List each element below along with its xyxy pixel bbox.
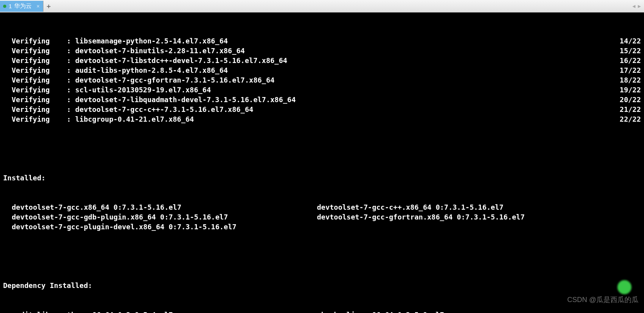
close-icon[interactable]: × <box>36 3 40 9</box>
dep-installed-header: Dependency Installed: <box>3 281 641 290</box>
verify-row: Verifying : scl-utils-20130529-19.el7.x8… <box>3 85 641 95</box>
package-item: checkpolicy.x86_64 0:2.5-8.el7 <box>308 310 546 313</box>
verify-package: Verifying : devtoolset-7-libstdc++-devel… <box>3 56 287 65</box>
verify-count: 19/22 <box>620 85 641 95</box>
verify-count: 14/22 <box>620 36 641 46</box>
verify-row: Verifying : devtoolset-7-binutils-2.28-1… <box>3 46 641 56</box>
verify-count: 22/22 <box>620 114 641 124</box>
installed-list: devtoolset-7-gcc.x86_64 0:7.3.1-5.16.el7… <box>3 202 641 232</box>
verify-package: Verifying : libsemanage-python-2.5-14.el… <box>3 36 228 46</box>
verify-row: Verifying : devtoolset-7-libquadmath-dev… <box>3 95 641 104</box>
verify-row: Verifying : devtoolset-7-libstdc++-devel… <box>3 56 641 65</box>
tab-nav: ◀ ▶ <box>632 3 641 9</box>
installed-header: Installed: <box>3 173 641 183</box>
verify-count: 17/22 <box>620 65 641 75</box>
package-item: devtoolset-7-gcc.x86_64 0:7.3.1-5.16.el7 <box>3 202 308 212</box>
verify-count: 16/22 <box>620 56 641 65</box>
prev-tab-icon[interactable]: ◀ <box>632 3 635 9</box>
verify-package: Verifying : devtoolset-7-libquadmath-dev… <box>3 95 296 104</box>
connection-status-icon <box>3 5 6 8</box>
verify-count: 15/22 <box>620 46 641 56</box>
verify-package: Verifying : devtoolset-7-gcc-c++-7.3.1-5… <box>3 104 253 114</box>
tab-bar: 1 华为云 × + ◀ ▶ <box>0 0 644 13</box>
verify-package: Verifying : scl-utils-20130529-19.el7.x8… <box>3 85 211 95</box>
verify-count: 21/22 <box>620 104 641 114</box>
verify-list: Verifying : libsemanage-python-2.5-14.el… <box>3 36 641 124</box>
dependency-list: audit-libs-python.x86_64 0:2.8.5-4.el7de… <box>3 310 641 313</box>
package-item: devtoolset-7-gcc-c++.x86_64 0:7.3.1-5.16… <box>308 202 525 212</box>
verify-package: Verifying : libcgroup-0.41-21.el7.x86_64 <box>3 114 194 124</box>
verify-count: 18/22 <box>620 75 641 85</box>
verify-package: Verifying : devtoolset-7-gcc-gfortran-7.… <box>3 75 275 85</box>
verify-package: Verifying : devtoolset-7-binutils-2.28-1… <box>3 46 245 56</box>
package-item: audit-libs-python.x86_64 0:2.8.5-4.el7 <box>3 310 308 313</box>
verify-package: Verifying : audit-libs-python-2.8.5-4.el… <box>3 65 228 75</box>
verify-count: 20/22 <box>620 95 641 104</box>
verify-row: Verifying : libcgroup-0.41-21.el7.x86_64… <box>3 114 641 124</box>
verify-row: Verifying : audit-libs-python-2.8.5-4.el… <box>3 65 641 75</box>
terminal-output[interactable]: Verifying : libsemanage-python-2.5-14.el… <box>0 13 644 313</box>
next-tab-icon[interactable]: ▶ <box>638 3 641 9</box>
package-item: devtoolset-7-gcc-gdb-plugin.x86_64 0:7.3… <box>3 212 308 222</box>
verify-row: Verifying : devtoolset-7-gcc-gfortran-7.… <box>3 75 641 85</box>
package-item: devtoolset-7-gcc-plugin-devel.x86_64 0:7… <box>3 222 308 232</box>
tab-title: 华为云 <box>14 2 32 10</box>
tab-active[interactable]: 1 华为云 × <box>0 1 43 12</box>
verify-row: Verifying : devtoolset-7-gcc-c++-7.3.1-5… <box>3 104 641 114</box>
add-tab-button[interactable]: + <box>43 2 54 10</box>
package-item: devtoolset-7-gcc-gfortran.x86_64 0:7.3.1… <box>308 212 525 222</box>
verify-row: Verifying : libsemanage-python-2.5-14.el… <box>3 36 641 46</box>
tab-index: 1 <box>9 3 12 9</box>
